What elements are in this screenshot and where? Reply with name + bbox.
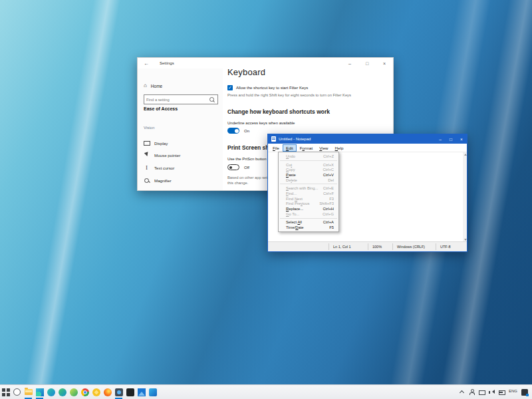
chrome-taskbar-icon[interactable] (79, 385, 90, 399)
shortcuts-section-title: Change how keyboard shortcuts work (227, 108, 330, 115)
home-icon: ⌂ (144, 83, 147, 88)
tray-person-icon[interactable] (469, 389, 475, 395)
tray-display-icon[interactable] (479, 389, 485, 395)
sidebar-item-display[interactable]: Display (138, 137, 223, 150)
search-icon (13, 388, 21, 396)
notepad-status-bar: Ln 1, Col 1 100% Windows (CRLF) UTF-8 (268, 241, 467, 251)
menu-item-copy[interactable]: CopyCtrl+C (279, 167, 338, 172)
system-tray: ENG (459, 389, 532, 396)
status-encoding: UTF-8 (436, 243, 467, 250)
menu-item-find-previous[interactable]: Find PreviousShift+F3 (279, 201, 338, 207)
terminal-taskbar-icon[interactable] (124, 385, 136, 399)
taskbar: ENG (0, 384, 532, 399)
minimize-button[interactable]: – (435, 134, 446, 144)
photos-taskbar-icon[interactable] (136, 385, 147, 399)
notepad-app-icon (271, 136, 276, 142)
edge-canary-icon (70, 388, 78, 396)
snip-taskbar-icon[interactable] (113, 385, 124, 399)
menu-help[interactable]: Help (332, 144, 347, 152)
menu-item-replace[interactable]: Replace...Ctrl+H (279, 206, 338, 211)
photos-icon (138, 388, 146, 396)
page-title: Keyboard (227, 67, 265, 77)
menu-separator (280, 160, 337, 161)
toggle-off[interactable] (227, 164, 239, 170)
edge-dev-icon (47, 388, 55, 396)
menu-item-find-next[interactable]: Find NextF3 (279, 196, 338, 201)
maximize-button[interactable]: □ (446, 134, 456, 144)
tray-language-indicator[interactable]: ENG (509, 389, 517, 395)
tray-chevron-up-icon[interactable] (459, 389, 465, 395)
movies-icon (149, 388, 157, 396)
firefox-taskbar-icon[interactable] (102, 385, 113, 399)
action-center-icon[interactable] (521, 389, 528, 396)
sidebar-item-label: Display (154, 141, 168, 146)
status-zoom-level: 100% (368, 243, 392, 250)
menu-separator (280, 184, 337, 184)
sidebar-item-color-filters[interactable]: Color filters (138, 186, 223, 191)
menu-edit[interactable]: Edit (283, 144, 297, 152)
settings-search-box[interactable] (144, 94, 218, 104)
tray-volume-icon[interactable] (489, 389, 495, 395)
notepad-titlebar[interactable]: Untitled - Notepad – □ × (268, 134, 467, 144)
display-icon (144, 140, 150, 146)
menu-item-go-to[interactable]: Go To...Ctrl+G (279, 211, 338, 217)
file-explorer-taskbar-icon[interactable] (23, 385, 34, 399)
status-line-ending: Windows (CRLF) (392, 243, 436, 250)
menu-item-find[interactable]: Find...Ctrl+F (279, 191, 338, 196)
file-explorer-icon (25, 389, 33, 395)
edge-taskbar-icon[interactable] (34, 385, 45, 399)
edge-icon (36, 388, 44, 396)
movies-taskbar-icon[interactable] (147, 385, 158, 399)
menu-file[interactable]: File (269, 144, 283, 152)
sidebar-item-label: Text cursor (154, 166, 174, 170)
tray-battery-icon[interactable] (499, 389, 505, 395)
scroll-down-icon[interactable] (464, 239, 467, 241)
start-icon (2, 388, 10, 396)
back-icon[interactable]: ← (144, 61, 149, 66)
magnifier-icon (144, 178, 150, 184)
search-icon (209, 97, 214, 102)
menu-item-time-date[interactable]: Time/DateF5 (279, 225, 338, 230)
search-taskbar-icon[interactable] (11, 385, 23, 399)
underline-access-keys-label: Underline access keys when available (227, 121, 295, 125)
edit-menu-dropdown: UndoCtrl+ZCutCtrl+XCopyCtrl+CPasteCtrl+V… (278, 152, 339, 232)
sidebar-vision-list: DisplayMouse pointerText cursorMagnifier… (138, 137, 223, 191)
filter-keys-description: Press and hold the right Shift key for e… (227, 93, 351, 97)
menu-item-undo[interactable]: UndoCtrl+Z (279, 154, 338, 159)
toggle-on[interactable] (227, 128, 239, 134)
settings-sidebar: ⌂ Home Ease of Access Vision DisplayMous… (138, 68, 223, 190)
search-input[interactable] (144, 98, 209, 102)
edge-canary-taskbar-icon[interactable] (68, 385, 79, 399)
chrome-canary-taskbar-icon[interactable] (90, 385, 102, 399)
menu-format[interactable]: Format (297, 144, 317, 152)
edge-beta-taskbar-icon[interactable] (57, 385, 68, 399)
scroll-up-icon[interactable] (464, 154, 467, 156)
text-cursor-icon (144, 165, 150, 171)
toggle-off-label: Off (244, 166, 249, 170)
scrollbar[interactable] (463, 152, 467, 242)
menu-item-paste[interactable]: PasteCtrl+V (279, 172, 338, 178)
sidebar-item-label: Color filters (154, 190, 175, 191)
underline-toggle-row: On (227, 128, 249, 134)
notepad-window: Untitled - Notepad – □ × FileEditFormatV… (267, 134, 467, 252)
checkbox-checked-icon[interactable]: ✓ (227, 85, 233, 90)
firefox-icon (104, 388, 112, 396)
notepad-window-title: Untitled - Notepad (279, 137, 311, 141)
menu-item-search-with-bing[interactable]: Search with Bing...Ctrl+E (279, 186, 338, 191)
menu-view[interactable]: View (316, 144, 331, 152)
mouse-pointer-icon (144, 152, 150, 158)
start-button[interactable] (0, 385, 11, 399)
toggle-on-label: On (244, 129, 249, 133)
menu-item-select-all[interactable]: Select AllCtrl+A (279, 220, 338, 225)
edge-dev-taskbar-icon[interactable] (45, 385, 57, 399)
sidebar-item-home[interactable]: ⌂ Home (144, 83, 162, 88)
sidebar-item-magnifier[interactable]: Magnifier (138, 174, 223, 187)
sidebar-item-text-cursor[interactable]: Text cursor (138, 162, 223, 174)
menu-item-delete[interactable]: DeleteDel (279, 178, 338, 183)
filter-keys-checkbox-row: ✓ Allow the shortcut key to start Filter… (227, 85, 308, 90)
settings-window-title: Settings (160, 61, 174, 65)
filter-keys-label: Allow the shortcut key to start Filter K… (236, 86, 308, 90)
menu-item-cut[interactable]: CutCtrl+X (279, 162, 338, 168)
close-button[interactable]: × (456, 134, 467, 144)
sidebar-item-mouse-pointer[interactable]: Mouse pointer (138, 150, 223, 162)
